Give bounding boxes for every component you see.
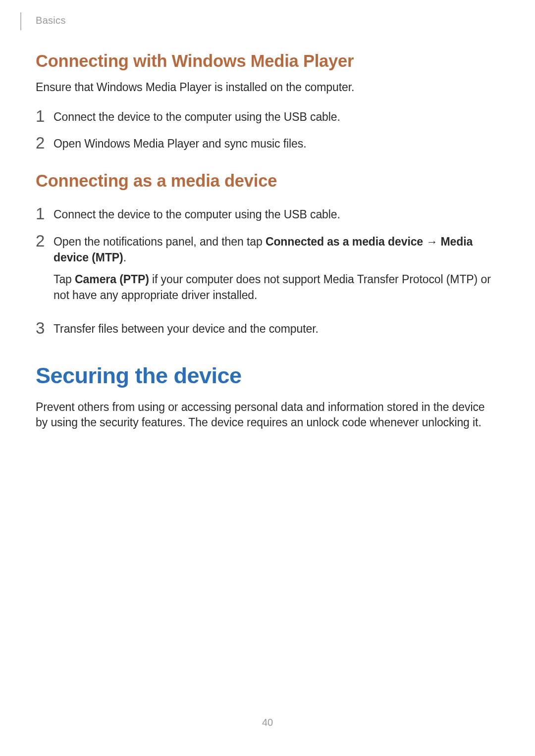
step-number: 2 bbox=[36, 233, 54, 249]
step-text: Connect the device to the computer using… bbox=[54, 109, 499, 125]
step-text-fragment: Tap bbox=[54, 273, 75, 286]
step-row: 3 Transfer files between your device and… bbox=[36, 319, 499, 337]
heading-connecting-wmp: Connecting with Windows Media Player bbox=[36, 51, 499, 71]
step-follow-text: Tap Camera (PTP) if your computer does n… bbox=[54, 271, 499, 303]
step-text: Open the notifications panel, and then t… bbox=[54, 234, 499, 305]
ui-label-connected-as-media-device: Connected as a media device bbox=[266, 235, 423, 248]
step-text: Connect the device to the computer using… bbox=[54, 206, 499, 222]
heading-securing-the-device: Securing the device bbox=[36, 363, 499, 389]
step-number: 1 bbox=[36, 108, 54, 124]
ui-label-camera-ptp: Camera (PTP) bbox=[75, 273, 149, 286]
step-row: 2 Open the notifications panel, and then… bbox=[36, 232, 499, 305]
page-number: 40 bbox=[0, 717, 535, 728]
step-text: Open Windows Media Player and sync music… bbox=[54, 136, 499, 151]
step-row: 1 Connect the device to the computer usi… bbox=[36, 204, 499, 222]
body-securing-the-device: Prevent others from using or accessing p… bbox=[36, 400, 499, 430]
step-text-fragment: Open the notifications panel, and then t… bbox=[54, 235, 266, 248]
step-text: Transfer files between your device and t… bbox=[54, 321, 499, 337]
arrow-icon: → bbox=[423, 235, 440, 248]
intro-text-wmp: Ensure that Windows Media Player is inst… bbox=[36, 80, 499, 95]
step-row: 1 Connect the device to the computer usi… bbox=[36, 107, 499, 125]
step-number: 3 bbox=[36, 320, 54, 336]
header-divider bbox=[20, 12, 21, 30]
step-row: 2 Open Windows Media Player and sync mus… bbox=[36, 134, 499, 151]
step-number: 1 bbox=[36, 205, 54, 222]
header-section-label: Basics bbox=[36, 15, 66, 26]
page-content: Connecting with Windows Media Player Ens… bbox=[36, 50, 499, 442]
step-number: 2 bbox=[36, 135, 54, 151]
heading-connecting-media-device: Connecting as a media device bbox=[36, 171, 499, 191]
step-text-fragment: . bbox=[123, 251, 126, 264]
